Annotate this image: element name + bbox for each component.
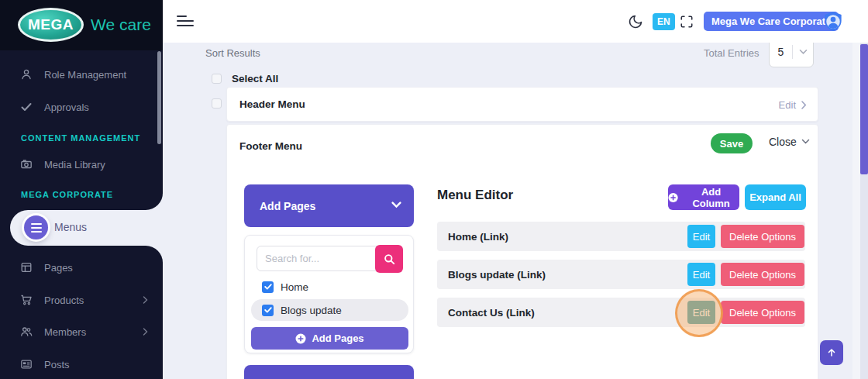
- chevron-right-icon: [143, 328, 149, 336]
- search-input[interactable]: [257, 246, 377, 271]
- sidebar-item-products[interactable]: Products: [0, 289, 163, 311]
- chevron-down-icon: [801, 139, 810, 145]
- sidebar-scrollbar-thumb[interactable]: [157, 51, 161, 144]
- header-menu-edit-button[interactable]: Edit: [779, 88, 807, 122]
- sort-results-label[interactable]: Sort Results: [205, 47, 260, 59]
- pages-list-card: Home Blogs update Add Pages: [244, 235, 414, 353]
- chevron-right-icon: [143, 296, 149, 304]
- menu-row-blogs-update: Blogs update (Link) Edit Delete Options: [437, 260, 805, 289]
- menu-row-label: Blogs update (Link): [448, 260, 546, 289]
- page-option-label: Blogs update: [281, 305, 342, 316]
- sidebar-item-role-management[interactable]: Role Management: [0, 64, 163, 85]
- close-label: Close: [769, 136, 797, 148]
- sidebar-item-label: Products: [44, 295, 84, 306]
- check-icon: [20, 101, 33, 113]
- total-entries-label: Total Entries: [704, 47, 760, 59]
- sidebar-section-mega-corporate: MEGA CORPORATE: [21, 190, 113, 199]
- menu-row-label: Contact Us (Link): [448, 298, 535, 327]
- users-icon: [20, 326, 33, 338]
- user-shield-icon: [822, 9, 845, 34]
- sidebar-item-members[interactable]: Members: [0, 321, 163, 343]
- sidebar-item-label: Posts: [44, 359, 70, 370]
- sidebar-item-pages[interactable]: Pages: [0, 257, 163, 278]
- menu-row-contact-us: Contact Us (Link) Edit Delete Options: [437, 298, 805, 327]
- language-badge[interactable]: EN: [653, 0, 675, 43]
- layout-icon: [20, 261, 33, 274]
- main-content: Filters Sort Results Total Entries 5 Sel…: [163, 0, 868, 379]
- close-button[interactable]: Close: [769, 136, 810, 148]
- delete-options-button[interactable]: Delete Options: [721, 301, 804, 324]
- fullscreen-icon: [680, 15, 694, 29]
- sidebar-nav-top: Role Management Approvals CONTENT MANAGE…: [0, 50, 163, 210]
- logo-tagline: We care: [91, 16, 151, 34]
- add-pages-panel-title: Add Pages: [260, 200, 315, 212]
- add-pages-panel-header[interactable]: Add Pages: [244, 184, 414, 227]
- header-menu-row[interactable]: Header Menu Edit: [226, 87, 818, 122]
- add-pages-button[interactable]: Add Pages: [251, 327, 408, 350]
- delete-options-button[interactable]: Delete Options: [721, 225, 804, 248]
- footer-menu-title: Footer Menu: [239, 140, 302, 152]
- search-bar: [257, 245, 403, 271]
- edit-button[interactable]: Edit: [687, 301, 715, 324]
- hamburger-circle-icon: [24, 215, 48, 239]
- page-option-label: Home: [281, 281, 308, 293]
- scrollbar-track: [852, 43, 860, 379]
- chevron-down-icon: [799, 49, 808, 55]
- sidebar: MEGA We care Role Management Approvals C…: [0, 0, 163, 379]
- scroll-to-top-button[interactable]: [820, 340, 843, 365]
- sidebar-toggle-icon[interactable]: [177, 16, 194, 29]
- divider: [792, 45, 793, 59]
- topbar: EN Mega We Care Corporate: [163, 0, 868, 43]
- menu-editor-title: Menu Editor: [437, 188, 513, 203]
- select-all-checkbox[interactable]: [212, 74, 222, 84]
- sidebar-nav-bottom: Pages Products Members: [0, 246, 163, 379]
- cart-icon: [20, 294, 33, 306]
- edit-button[interactable]: Edit: [687, 225, 715, 248]
- edit-button[interactable]: Edit: [687, 263, 715, 286]
- delete-options-button[interactable]: Delete Options: [721, 263, 804, 286]
- logo-area[interactable]: MEGA We care: [0, 0, 163, 50]
- footer-menu-panel: Footer Menu Save Close Add Pages: [226, 124, 818, 379]
- sidebar-active-band: Menus: [0, 210, 163, 246]
- search-button[interactable]: [375, 245, 403, 273]
- page-option-blogs-update[interactable]: Blogs update: [251, 299, 408, 321]
- sidebar-item-menus-active[interactable]: Menus: [10, 210, 163, 246]
- sidebar-item-media-library[interactable]: Media Library: [0, 153, 163, 175]
- sidebar-item-approvals[interactable]: Approvals: [0, 96, 163, 118]
- header-menu-edit-label: Edit: [779, 99, 796, 111]
- sidebar-item-label: Approvals: [44, 102, 89, 113]
- chevron-right-icon: [801, 101, 807, 109]
- dark-mode-toggle[interactable]: [628, 0, 643, 43]
- menu-row-home: Home (Link) Edit Delete Options: [437, 222, 805, 251]
- account-button-label: Mega We Care Corporate: [704, 12, 839, 31]
- sidebar-item-label: Pages: [44, 262, 73, 274]
- language-badge-label: EN: [653, 13, 675, 30]
- camera-icon: [20, 158, 33, 171]
- sidebar-item-label: Members: [44, 326, 86, 338]
- checked-checkbox[interactable]: [262, 305, 274, 316]
- checked-checkbox[interactable]: [262, 281, 274, 293]
- sidebar-item-label: Role Management: [44, 69, 126, 81]
- user-icon: [20, 68, 33, 81]
- mega-logo: MEGA: [18, 8, 84, 42]
- select-all-label: Select All: [232, 73, 278, 84]
- page-option-home[interactable]: Home: [251, 276, 408, 298]
- save-button[interactable]: Save: [711, 133, 753, 153]
- scrollbar-thumb[interactable]: [860, 44, 868, 174]
- search-icon: [384, 253, 395, 265]
- add-column-button[interactable]: Add Column: [668, 184, 739, 210]
- user-avatar[interactable]: [822, 0, 845, 43]
- account-button[interactable]: Mega We Care Corporate: [704, 0, 839, 43]
- sidebar-section-content-management: CONTENT MANAGEMENT: [21, 133, 140, 143]
- sidebar-item-posts[interactable]: Posts: [0, 353, 163, 375]
- header-menu-checkbox[interactable]: [212, 98, 222, 109]
- fullscreen-button[interactable]: [680, 0, 694, 43]
- expand-all-button[interactable]: Expand All: [745, 184, 806, 210]
- collapsed-panel-header[interactable]: [244, 365, 414, 379]
- arrow-up-icon: [826, 347, 837, 358]
- plus-circle-icon: [668, 192, 678, 203]
- header-menu-title: Header Menu: [239, 98, 305, 110]
- add-pages-button-label: Add Pages: [312, 332, 363, 344]
- sidebar-item-label: Menus: [54, 221, 87, 233]
- menu-row-label: Home (Link): [448, 222, 508, 251]
